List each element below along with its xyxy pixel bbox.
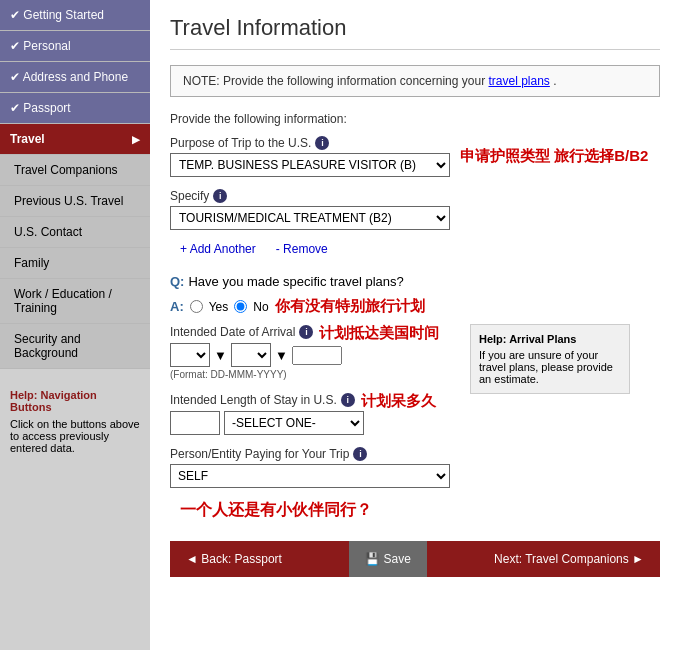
arrival-day-select[interactable] <box>231 343 271 367</box>
payer-info-icon[interactable]: i <box>353 447 367 461</box>
annotation-payer: 一个人还是有小伙伴同行？ <box>180 500 450 521</box>
yes-label[interactable]: Yes <box>209 300 229 314</box>
no-radio[interactable] <box>234 300 247 313</box>
travel-plans-radio: Yes No <box>190 300 269 314</box>
sidebar-item-us-contact[interactable]: U.S. Contact <box>0 217 150 248</box>
length-number-input[interactable] <box>170 411 220 435</box>
help-arrival-title: Help: Arrival Plans <box>479 333 621 345</box>
section-title: Provide the following information: <box>170 112 660 126</box>
length-unit-select[interactable]: -SELECT ONE- DAYS WEEKS MONTHS YEARS <box>224 411 364 435</box>
length-info-icon[interactable]: i <box>341 393 355 407</box>
annotation-purpose: 申请护照类型 旅行选择B/B2 <box>460 147 648 166</box>
specify-select[interactable]: TOURISM/MEDICAL TREATMENT (B2) BUSINESS … <box>170 206 450 230</box>
length-label: Intended Length of Stay in U.S. i <box>170 393 355 407</box>
sidebar-item-work-education[interactable]: Work / Education / Training <box>0 279 150 324</box>
arrival-label: Intended Date of Arrival i <box>170 325 313 339</box>
main-content: Travel Information NOTE: Provide the fol… <box>150 0 680 650</box>
chevron-right-icon: ▶ <box>132 134 140 145</box>
yes-radio[interactable] <box>190 300 203 313</box>
arrival-field-group: Intended Date of Arrival i 计划抵达美国时间 ▼ <box>170 324 450 380</box>
arrival-left: Intended Date of Arrival i 计划抵达美国时间 ▼ <box>170 324 450 521</box>
answer-row: A: Yes No 你有没有特别旅行计划 <box>170 297 660 316</box>
help-arrival-text: If you are unsure of your travel plans, … <box>479 349 621 385</box>
payer-field-group: Person/Entity Paying for Your Trip i SEL… <box>170 447 450 488</box>
payer-label: Person/Entity Paying for Your Trip i <box>170 447 450 461</box>
save-button[interactable]: 💾 Save <box>349 541 427 577</box>
question-text: Have you made specific travel plans? <box>188 274 403 289</box>
next-button[interactable]: Next: Travel Companions ► <box>478 541 660 577</box>
sidebar-help: Help: Navigation Buttons Click on the bu… <box>0 379 150 464</box>
arrival-hint: (Format: DD-MMM-YYYY) <box>170 369 450 380</box>
sidebar: ✔ Getting Started ✔ Personal ✔ Address a… <box>0 0 150 650</box>
purpose-info-icon[interactable]: i <box>315 136 329 150</box>
a-label: A: <box>170 299 184 314</box>
arrival-help-box: Help: Arrival Plans If you are unsure of… <box>470 324 630 394</box>
date-row: ▼ ▼ <box>170 343 450 367</box>
q-label: Q: <box>170 274 184 289</box>
question-row: Q: Have you made specific travel plans? <box>170 274 660 289</box>
purpose-field-group: Purpose of Trip to the U.S. i TEMP. BUSI… <box>170 136 660 177</box>
specify-info-icon[interactable]: i <box>213 189 227 203</box>
sidebar-item-address[interactable]: ✔ Address and Phone <box>0 62 150 93</box>
sidebar-help-text: Click on the buttons above to access pre… <box>10 418 140 454</box>
length-field-group: Intended Length of Stay in U.S. i 计划呆多久 … <box>170 392 450 435</box>
note-box: NOTE: Provide the following information … <box>170 65 660 97</box>
arrival-month-select[interactable] <box>170 343 210 367</box>
sidebar-item-family[interactable]: Family <box>0 248 150 279</box>
sidebar-help-title: Help: Navigation Buttons <box>10 389 140 413</box>
sidebar-item-personal[interactable]: ✔ Personal <box>0 31 150 62</box>
no-label[interactable]: No <box>253 300 268 314</box>
specify-field-group: Specify i TOURISM/MEDICAL TREATMENT (B2)… <box>170 189 660 230</box>
sidebar-item-travel[interactable]: Travel ▶ <box>0 124 150 155</box>
remove-link[interactable]: - Remove <box>276 242 328 256</box>
purpose-select[interactable]: TEMP. BUSINESS PLEASURE VISITOR (B) STUD… <box>170 153 450 177</box>
sidebar-item-previous-travel[interactable]: Previous U.S. Travel <box>0 186 150 217</box>
arrival-year-input[interactable] <box>292 346 342 365</box>
annotation-question: 你有没有特别旅行计划 <box>275 297 425 316</box>
payer-select[interactable]: SELF OTHER PERSON OTHER COMPANY <box>170 464 450 488</box>
footer-bar: ◄ Back: Passport 💾 Save Next: Travel Com… <box>170 541 660 577</box>
specify-label: Specify i <box>170 189 660 203</box>
annotation-length: 计划呆多久 <box>361 392 436 411</box>
sidebar-item-travel-companions[interactable]: Travel Companions <box>0 155 150 186</box>
purpose-label: Purpose of Trip to the U.S. i <box>170 136 450 150</box>
add-another-link[interactable]: + Add Another <box>180 242 256 256</box>
arrival-info-icon[interactable]: i <box>299 325 313 339</box>
back-button[interactable]: ◄ Back: Passport <box>170 541 298 577</box>
sidebar-item-getting-started[interactable]: ✔ Getting Started <box>0 0 150 31</box>
add-remove-row: + Add Another - Remove <box>180 242 660 256</box>
annotation-arrival: 计划抵达美国时间 <box>319 324 439 343</box>
page-title: Travel Information <box>170 15 660 50</box>
note-text: NOTE: Provide the following information … <box>183 74 485 88</box>
travel-plans-link[interactable]: travel plans <box>489 74 550 88</box>
sidebar-item-passport[interactable]: ✔ Passport <box>0 93 150 124</box>
sidebar-item-security[interactable]: Security and Background <box>0 324 150 369</box>
arrival-section: Intended Date of Arrival i 计划抵达美国时间 ▼ <box>170 324 660 521</box>
